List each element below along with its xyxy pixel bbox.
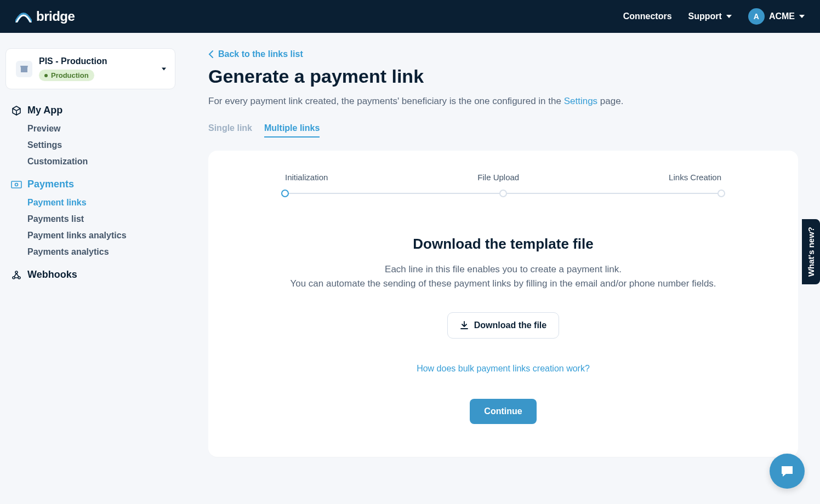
nav-heading-myapp[interactable]: My App <box>11 105 175 116</box>
chevron-left-icon <box>208 50 214 58</box>
sidebar-item-payment-links[interactable]: Payment links <box>27 198 175 208</box>
sidebar-item-settings[interactable]: Settings <box>27 140 175 150</box>
nav-section-myapp: My App Preview Settings Customization <box>5 105 175 167</box>
nav-section-payments: Payments Payment links Payments list Pay… <box>5 179 175 257</box>
panel-heading: Download the template file <box>252 236 754 253</box>
panel-description: Each line in this file enables you to cr… <box>252 262 754 290</box>
wizard-card: Initialization File Upload Links Creatio… <box>208 151 798 457</box>
org-name: ACME <box>769 12 795 21</box>
brand-logo[interactable]: bridge <box>15 9 75 24</box>
chat-fab[interactable] <box>770 454 805 489</box>
sidebar: PIS - Production Production My App Previ… <box>0 33 186 504</box>
avatar: A <box>748 8 765 25</box>
nav-heading-myapp-label: My App <box>27 105 62 116</box>
step-label-3: Links Creation <box>669 173 721 182</box>
sidebar-item-payments-list[interactable]: Payments list <box>27 214 175 224</box>
header-right: Connectors Support A ACME <box>623 8 805 25</box>
help-link[interactable]: How does bulk payment links creation wor… <box>252 364 754 374</box>
chat-icon <box>779 464 795 478</box>
env-label: Production <box>51 71 89 79</box>
nav-heading-webhooks[interactable]: Webhooks <box>11 269 175 280</box>
stepper: Initialization File Upload Links Creatio… <box>285 173 721 197</box>
bridge-logo-icon <box>15 10 32 22</box>
money-icon <box>11 179 22 190</box>
nav-support-label: Support <box>688 12 722 21</box>
step-dot-3 <box>718 190 725 197</box>
nav-heading-payments[interactable]: Payments <box>11 179 175 190</box>
chevron-down-icon <box>726 15 732 18</box>
description-pre: For every payment link created, the paym… <box>208 96 564 106</box>
download-icon <box>460 321 469 330</box>
back-link-label: Back to the links list <box>218 49 303 59</box>
continue-button[interactable]: Continue <box>470 399 536 424</box>
app-selector[interactable]: PIS - Production Production <box>5 48 175 89</box>
step-label-2: File Upload <box>477 173 519 182</box>
nav-heading-payments-label: Payments <box>27 179 74 190</box>
nav-heading-webhooks-label: Webhooks <box>27 269 77 280</box>
sidebar-item-preview[interactable]: Preview <box>27 124 175 134</box>
step-dot-1 <box>281 190 289 197</box>
step-label-1: Initialization <box>285 173 328 182</box>
back-link[interactable]: Back to the links list <box>208 49 798 59</box>
panel-line2: You can automate the sending of these pa… <box>290 278 716 289</box>
env-badge: Production <box>39 70 94 81</box>
org-switcher[interactable]: A ACME <box>748 8 805 25</box>
cube-icon <box>11 105 22 116</box>
tab-multiple-links[interactable]: Multiple links <box>264 123 320 138</box>
svg-point-2 <box>15 271 18 273</box>
nav-section-webhooks: Webhooks <box>5 269 175 280</box>
chevron-down-icon <box>162 67 166 70</box>
app-header: bridge Connectors Support A ACME <box>0 0 820 33</box>
main-content: Back to the links list Generate a paymen… <box>186 33 820 504</box>
step-dot-2 <box>499 190 507 197</box>
download-file-button-label: Download the file <box>474 320 546 330</box>
svg-point-3 <box>13 277 15 279</box>
settings-link[interactable]: Settings <box>564 96 597 106</box>
page-title: Generate a payment link <box>208 66 798 87</box>
webhook-icon <box>11 270 22 280</box>
svg-point-4 <box>18 277 20 279</box>
nav-connectors[interactable]: Connectors <box>623 12 672 21</box>
sidebar-item-payments-analytics[interactable]: Payments analytics <box>27 247 175 257</box>
svg-point-1 <box>15 183 18 186</box>
tab-single-link[interactable]: Single link <box>208 123 252 138</box>
app-name: PIS - Production <box>39 56 107 66</box>
nav-connectors-label: Connectors <box>623 12 672 21</box>
svg-rect-0 <box>12 181 21 188</box>
whats-new-tab[interactable]: What's new? <box>802 219 820 284</box>
description-post: page. <box>597 96 623 106</box>
chevron-down-icon <box>799 15 805 18</box>
sidebar-item-customization[interactable]: Customization <box>27 157 175 167</box>
sidebar-item-payment-links-analytics[interactable]: Payment links analytics <box>27 231 175 240</box>
store-icon <box>16 61 32 77</box>
status-dot-icon <box>44 74 48 77</box>
page-description: For every payment link created, the paym… <box>208 96 798 107</box>
nav-support[interactable]: Support <box>688 12 732 21</box>
brand-name: bridge <box>36 9 75 24</box>
tab-bar: Single link Multiple links <box>208 123 798 138</box>
panel-line1: Each line in this file enables you to cr… <box>385 264 622 274</box>
download-file-button[interactable]: Download the file <box>447 312 559 339</box>
download-panel: Download the template file Each line in … <box>252 236 754 424</box>
